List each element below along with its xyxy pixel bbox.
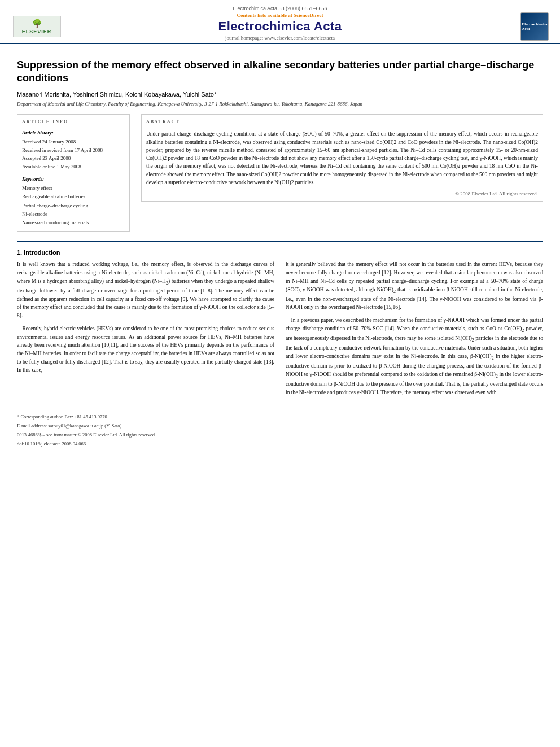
authors-line: Masanori Morishita, Yoshinori Shimizu, K… (17, 91, 543, 98)
elsevier-logo: 🌳 ELSEVIER (11, 15, 62, 38)
journal-center: Contents lists available at ScienceDirec… (62, 12, 498, 41)
body-col-left: It is well known that a reduced working … (17, 260, 274, 401)
sciencedirect-line: Contents lists available at ScienceDirec… (62, 12, 498, 18)
keyword-1: Memory effect (22, 184, 125, 193)
intro-section: 1. Introduction It is well known that a … (17, 249, 543, 401)
intro-heading: 1. Introduction (17, 249, 543, 256)
article-title: Suppression of the memory effect observe… (17, 59, 543, 85)
accepted-date: Accepted 23 April 2008 (22, 154, 125, 162)
article-info-box: ARTICLE INFO Article history: Received 2… (17, 114, 130, 232)
keyword-3: Partial charge–discharge cycling (22, 202, 125, 210)
journal-homepage: journal homepage: www.elsevier.com/locat… (62, 35, 498, 41)
body-two-col: It is well known that a reduced working … (17, 260, 543, 401)
keyword-5: Nano-sized conducting materials (22, 219, 125, 227)
article-info-label: ARTICLE INFO (22, 119, 125, 126)
body-col-right: it is generally believed that the memory… (286, 260, 543, 401)
keywords-label: Keywords: (22, 176, 125, 182)
article-info-col: ARTICLE INFO Article history: Received 2… (17, 114, 130, 232)
abstract-box: ABSTRACT Under partial charge–discharge … (141, 114, 543, 202)
footnote-doi: doi:10.1016/j.electacta.2008.04.066 (17, 440, 543, 448)
intro-para-3: it is generally believed that the memory… (286, 260, 543, 312)
footnote-area: * Corresponding author. Fax: +81 45 413 … (17, 410, 543, 447)
main-content: Suppression of the memory effect observe… (0, 44, 560, 460)
section-divider (17, 241, 543, 242)
journal-meta-text: Electrochimica Acta 53 (2008) 6651–6656 (233, 6, 327, 11)
journal-top-right: Electrochimica Acta (498, 12, 549, 41)
journal-meta-line: Electrochimica Acta 53 (2008) 6651–6656 (0, 3, 560, 12)
intro-para-2: Recently, hybrid electric vehicles (HEVs… (17, 325, 274, 374)
journal-header: Electrochimica Acta 53 (2008) 6651–6656 … (0, 0, 560, 44)
journal-top-bar: 🌳 ELSEVIER Contents lists available at S… (0, 12, 560, 41)
revised-date: Received in revised form 17 April 2008 (22, 146, 125, 154)
sciencedirect-prefix: Contents lists available at ScienceDirec… (237, 12, 323, 18)
history-label: Article history: (22, 130, 125, 136)
abstract-label: ABSTRACT (146, 119, 538, 126)
footnote-corresponding: * Corresponding author. Fax: +81 45 413 … (17, 413, 543, 421)
received-date: Received 24 January 2008 (22, 138, 125, 146)
authors-text: Masanori Morishita, Yoshinori Shimizu, K… (17, 91, 216, 98)
intro-para-1: It is well known that a reduced working … (17, 260, 274, 320)
abstract-text: Under partial charge–discharge cycling c… (146, 130, 538, 186)
available-date: Available online 1 May 2008 (22, 163, 125, 171)
journal-name-display: Electrochimica Acta (62, 19, 498, 34)
keyword-2: Rechargeable alkaline batteries (22, 193, 125, 201)
affiliation: Department of Material and Life Chemistr… (17, 101, 543, 108)
footnote-email: E-mail address: satouy01@kanagawa-u.ac.j… (17, 422, 543, 430)
ise-logo: Electrochimica Acta (520, 12, 549, 41)
keyword-4: Ni-electrode (22, 210, 125, 219)
article-history: Article history: Received 24 January 200… (22, 130, 125, 171)
elsevier-tree-icon: 🌳 (32, 19, 42, 28)
info-abstract-row: ARTICLE INFO Article history: Received 2… (17, 114, 543, 232)
keywords-section: Keywords: Memory effect Rechargeable alk… (22, 176, 125, 227)
elsevier-wordmark: ELSEVIER (22, 29, 52, 34)
copyright: © 2008 Elsevier Ltd. All rights reserved… (146, 191, 538, 196)
abstract-col: ABSTRACT Under partial charge–discharge … (141, 114, 543, 232)
footnote-issn: 0013-4686/$ – see front matter © 2008 El… (17, 431, 543, 439)
intro-para-4: In a previous paper, we described the me… (286, 316, 543, 396)
